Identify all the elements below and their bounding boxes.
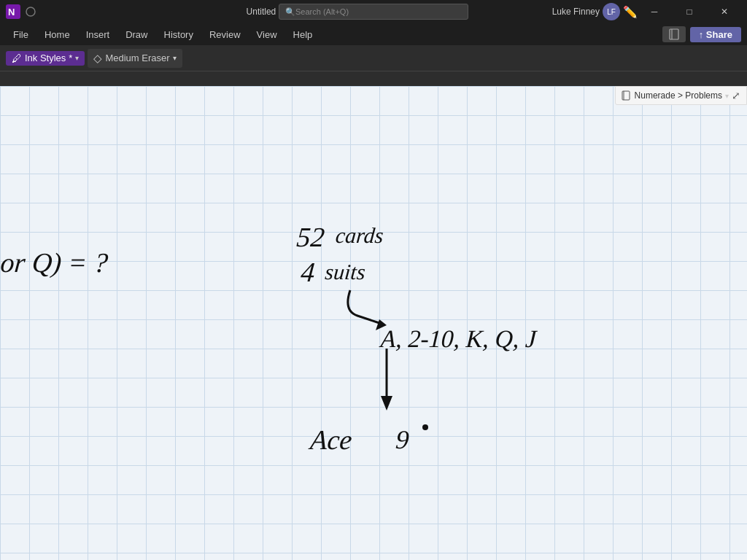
menu-draw[interactable]: Draw <box>118 26 155 43</box>
eraser-label: Medium Eraser <box>105 52 169 63</box>
expand-button[interactable]: ⤢ <box>732 90 740 101</box>
search-box[interactable]: 🔍 Search (Alt+Q) <box>279 4 468 20</box>
location-breadcrumb[interactable]: Numerade > Problems ▾ ⤢ <box>615 86 747 105</box>
svg-rect-3 <box>670 29 678 39</box>
menu-history[interactable]: History <box>157 26 201 43</box>
ink-styles-label: Ink Styles <box>25 52 66 63</box>
user-area: Luke Finney LF ✏️ <box>552 3 638 20</box>
eraser-icon: ◇ <box>93 52 102 65</box>
notebook-icon <box>668 28 680 40</box>
share-icon: ↑ <box>699 29 706 40</box>
close-button[interactable]: ✕ <box>708 0 741 23</box>
onenote-icon: N <box>6 4 20 19</box>
pen-icon: ✏️ <box>623 5 638 19</box>
search-placeholder: Search (Alt+Q) <box>295 7 349 16</box>
menubar-right: ↑ Share <box>662 26 741 42</box>
svg-point-2 <box>26 7 35 16</box>
maximize-button[interactable]: □ <box>673 0 706 23</box>
eraser-chevron: ▾ <box>173 54 177 62</box>
grid-paper <box>0 86 747 560</box>
eraser-button[interactable]: ◇ Medium Eraser ▾ <box>88 49 182 68</box>
user-avatar[interactable]: LF <box>603 3 620 20</box>
notebook-button[interactable] <box>662 26 686 42</box>
menu-insert[interactable]: Insert <box>79 26 117 43</box>
menu-home[interactable]: Home <box>37 26 77 43</box>
draw-toolbar: 🖊 Ink Styles * ▾ ◇ Medium Eraser ▾ <box>0 45 747 71</box>
menubar: File Home Insert Draw History Review Vie… <box>0 23 747 45</box>
menu-view[interactable]: View <box>249 26 285 43</box>
breadcrumb-chevron[interactable]: ▾ <box>725 92 729 100</box>
system-icon <box>25 6 36 18</box>
menu-file[interactable]: File <box>6 26 36 43</box>
share-button[interactable]: ↑ Share <box>690 27 741 42</box>
svg-text:N: N <box>8 7 15 18</box>
window-controls: ─ □ ✕ <box>638 0 741 23</box>
menu-review[interactable]: Review <box>202 26 248 43</box>
ink-styles-asterisk: * <box>69 52 72 63</box>
user-name: Luke Finney <box>552 7 600 17</box>
ink-styles-button[interactable]: 🖊 Ink Styles * ▾ <box>6 51 85 66</box>
canvas-area[interactable]: Numerade > Problems ▾ ⤢ or Q) = ? 52 car… <box>0 86 747 560</box>
ink-styles-chevron: ▾ <box>75 54 79 62</box>
menu-help[interactable]: Help <box>286 26 320 43</box>
notebook-small-icon <box>622 90 632 101</box>
minimize-button[interactable]: ─ <box>638 0 671 23</box>
titlebar: N 🔍 Search (Alt+Q) Untitled page - OneNo… <box>0 0 747 23</box>
ink-icon: 🖊 <box>12 52 22 64</box>
breadcrumb-text: Numerade > Problems <box>635 90 722 101</box>
search-icon: 🔍 <box>285 7 295 17</box>
